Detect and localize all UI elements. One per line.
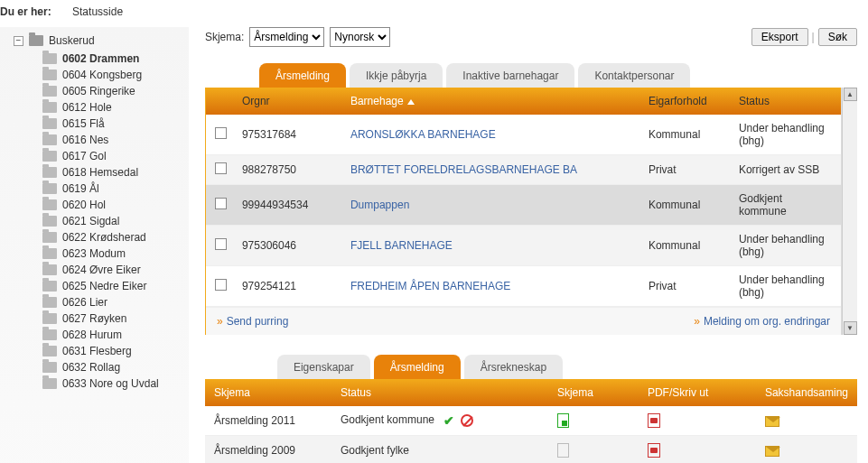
table-row[interactable]: 975306046FJELL BARNEHAGEKommunalUnder be…	[206, 226, 841, 266]
mail-icon[interactable]	[765, 446, 779, 457]
barnehage-link[interactable]: FREDHEIM ÅPEN BARNEHAGE	[350, 280, 510, 292]
tree-item[interactable]: 0627 Røyken	[42, 310, 189, 327]
grid1-footer: »Send purring »Melding om org. endringar	[206, 307, 841, 335]
table-row[interactable]: 975317684ARONSLØKKA BARNEHAGEKommunalUnd…	[206, 115, 841, 155]
folder-icon	[42, 264, 57, 275]
tree-item-label: 0602 Drammen	[62, 52, 139, 65]
tree-item[interactable]: 0616 Nes	[42, 132, 189, 148]
folder-icon	[42, 248, 57, 259]
folder-icon	[42, 216, 57, 227]
document-icon[interactable]	[557, 413, 569, 428]
tree-item[interactable]: 0619 Ål	[42, 181, 189, 197]
barnehage-link[interactable]: FJELL BARNEHAGE	[350, 239, 453, 252]
tab-eigenskapar[interactable]: Eigenskapar	[277, 355, 370, 379]
collapse-icon[interactable]: −	[14, 36, 23, 46]
folder-icon	[42, 362, 57, 373]
barnehage-link[interactable]: ARONSLØKKA BARNEHAGE	[350, 128, 496, 141]
breadcrumb-label: Du er her:	[0, 5, 51, 18]
cell-eigarforhold: Kommunal	[649, 239, 739, 252]
folder-icon	[42, 183, 57, 194]
scroll-down-icon[interactable]: ▼	[844, 321, 857, 335]
barnehage-link[interactable]: BRØTTET FORELDRELAGSBARNEHAGE BA	[350, 163, 577, 176]
document-icon[interactable]	[557, 443, 569, 458]
tree-root-label: Buskerud	[49, 34, 95, 47]
col-status[interactable]: Status	[739, 95, 832, 107]
lang-select[interactable]: Nynorsk	[330, 27, 390, 47]
table-row[interactable]: Årsmelding 2011Godkjent kommune ✔	[205, 406, 857, 436]
scroll-up-icon[interactable]: ▲	[844, 88, 857, 101]
row-checkbox[interactable]	[215, 127, 227, 139]
tree-item[interactable]: 0604 Kongsberg	[42, 67, 189, 83]
send-purring-link[interactable]: »Send purring	[217, 315, 288, 328]
pdf-icon[interactable]	[648, 443, 660, 458]
cell-orgnr: 979254121	[242, 280, 350, 292]
tree-item[interactable]: 0612 Hole	[42, 99, 189, 116]
folder-icon	[42, 199, 57, 210]
sok-button[interactable]: Søk	[818, 28, 857, 46]
folder-icon	[42, 134, 57, 145]
eksport-button[interactable]: Eksport	[751, 28, 808, 46]
barnehage-link[interactable]: Dumpappen	[350, 199, 409, 211]
tree-root[interactable]: − Buskerud	[14, 34, 189, 47]
skjema-select[interactable]: Årsmelding	[249, 27, 324, 47]
tab-kontakt[interactable]: Kontaktpersonar	[578, 63, 690, 88]
tree-item[interactable]: 0625 Nedre Eiker	[42, 278, 189, 294]
tree-item[interactable]: 0618 Hemsedal	[42, 164, 189, 181]
tree-item[interactable]: 0631 Flesberg	[42, 343, 189, 359]
tree-item[interactable]: 0633 Nore og Uvdal	[42, 375, 189, 392]
col2-skjema2[interactable]: Skjema	[557, 386, 648, 399]
tree-item[interactable]: 0626 Lier	[42, 294, 189, 310]
col2-pdf[interactable]: PDF/Skriv ut	[648, 386, 765, 399]
cell-status: Godkjent fylke	[341, 444, 557, 457]
tab-arsrekneskap[interactable]: Årsrekneskap	[464, 355, 563, 379]
table-row[interactable]: Årsmelding 2009Godkjent fylke	[205, 436, 857, 463]
melding-endringar-link[interactable]: »Melding om org. endringar	[694, 315, 830, 328]
tree-item[interactable]: 0617 Gol	[42, 148, 189, 164]
folder-icon	[42, 102, 57, 113]
forbidden-icon[interactable]	[461, 414, 473, 427]
scrollbar[interactable]: ▲ ▼	[842, 88, 857, 335]
mail-icon[interactable]	[765, 416, 779, 427]
folder-icon	[42, 297, 57, 308]
cell-eigarforhold: Privat	[649, 280, 739, 292]
tree-item[interactable]: 0632 Rollag	[42, 359, 189, 375]
col2-skjema[interactable]: Skjema	[214, 386, 341, 399]
cell-orgnr: 99944934534	[242, 199, 350, 211]
tree-item[interactable]: 0621 Sigdal	[42, 213, 189, 229]
tab-ikkje-pabyrja[interactable]: Ikkje påbyrja	[350, 63, 443, 88]
tree-item[interactable]: 0622 Krødsherad	[42, 229, 189, 245]
col-eigarforhold[interactable]: Eigarforhold	[649, 95, 739, 107]
folder-icon	[42, 378, 57, 389]
col2-saks[interactable]: Sakshandsaming	[765, 386, 848, 399]
cell-orgnr: 988278750	[242, 163, 350, 176]
tree-item[interactable]: 0628 Hurum	[42, 327, 189, 343]
table-row[interactable]: 979254121FREDHEIM ÅPEN BARNEHAGEPrivatUn…	[206, 266, 841, 307]
cell-skjema: Årsmelding 2009	[214, 444, 341, 457]
tree-item-label: 0622 Krødsherad	[62, 231, 146, 244]
col-orgnr[interactable]: Orgnr	[242, 95, 350, 107]
tree-item[interactable]: 0605 Ringerike	[42, 83, 189, 99]
tree-item[interactable]: 0623 Modum	[42, 245, 189, 262]
folder-icon	[42, 151, 57, 162]
folder-icon	[29, 35, 43, 46]
tree-item[interactable]: 0620 Hol	[42, 197, 189, 213]
tab-inaktive[interactable]: Inaktive barnehagar	[446, 63, 574, 88]
tree-item[interactable]: 0624 Øvre Eiker	[42, 262, 189, 278]
tree-item[interactable]: 0615 Flå	[42, 116, 189, 132]
table-row[interactable]: 988278750BRØTTET FORELDRELAGSBARNEHAGE B…	[206, 155, 841, 185]
cell-status: Godkjent kommune	[739, 192, 832, 218]
row-checkbox[interactable]	[215, 162, 227, 174]
folder-icon	[42, 232, 57, 243]
table-row[interactable]: 99944934534DumpappenKommunalGodkjent kom…	[206, 185, 841, 226]
tab-arsmelding[interactable]: Årsmelding	[259, 63, 346, 88]
row-checkbox[interactable]	[215, 198, 227, 209]
row-checkbox[interactable]	[215, 238, 227, 250]
tree-item[interactable]: 0602 Drammen	[42, 51, 189, 67]
cell-orgnr: 975317684	[242, 128, 350, 141]
col2-status[interactable]: Status	[341, 386, 557, 399]
col-barnehage[interactable]: Barnehage	[350, 95, 649, 107]
tab-arsmelding2[interactable]: Årsmelding	[374, 355, 461, 379]
folder-icon	[42, 346, 57, 357]
pdf-icon[interactable]	[648, 413, 660, 428]
row-checkbox[interactable]	[215, 279, 227, 291]
